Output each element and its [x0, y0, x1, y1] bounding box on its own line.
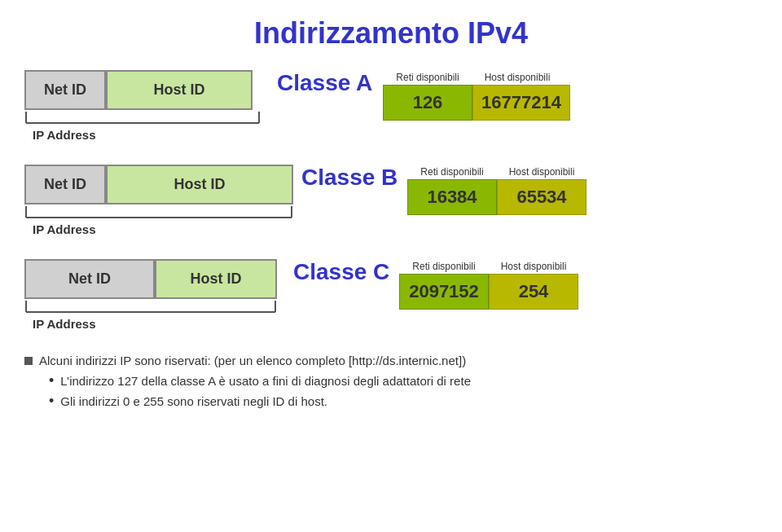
class-a-reti-header: Reti disponibili: [383, 70, 472, 85]
class-b-net-id: Net ID: [24, 165, 106, 204]
bullet-icon: [24, 357, 33, 365]
class-c-stats: Reti disponibili Host disponibili 209715…: [399, 259, 578, 310]
class-c-left: Net ID Host ID IP Address: [24, 259, 277, 331]
class-a-left: Net ID Host ID IP Address: [24, 70, 261, 142]
class-b-row: Net ID Host ID IP Address Classe B Reti …: [24, 165, 758, 236]
class-c-ip-label: IP Address: [24, 317, 277, 331]
class-c-host-header: Host disponibili: [489, 259, 578, 274]
class-b-stats: Reti disponibili Host disponibili 16384 …: [407, 165, 586, 215]
class-c-label: Classe C: [293, 259, 391, 285]
class-b-reti-header: Reti disponibili: [407, 165, 497, 179]
class-c-reti-value: 2097152: [399, 274, 489, 310]
class-a-reti-value: 126: [383, 85, 472, 121]
sub-note-2: Gli indirizzi 0 e 255 sono riservati neg…: [49, 393, 758, 410]
sub-note-1-text: L’indirizzo 127 della classe A è usato a…: [60, 374, 471, 388]
sub-note-1: L’indirizzo 127 della classe A è usato a…: [49, 372, 758, 389]
class-a-stats-headers: Reti disponibili Host disponibili: [383, 70, 570, 85]
class-b-stats-values: 16384 65534: [407, 179, 586, 215]
class-b-host-id: Host ID: [106, 165, 293, 204]
main-note: Alcuni indirizzi IP sono riservati: (per…: [24, 354, 758, 367]
class-b-left: Net ID Host ID IP Address: [24, 165, 293, 236]
class-a-boxes: Net ID Host ID: [24, 70, 261, 110]
class-a-ip-label: IP Address: [24, 128, 261, 142]
page-title: Indirizzamento IPv4: [24, 16, 758, 51]
class-c-row: Net ID Host ID IP Address Classe C Reti …: [24, 259, 758, 331]
class-a-label: Classe A: [277, 70, 375, 96]
class-c-stats-values: 2097152 254: [399, 274, 578, 310]
class-b-host-value: 65534: [497, 179, 586, 215]
class-c-stats-headers: Reti disponibili Host disponibili: [399, 259, 578, 274]
notes-section: Alcuni indirizzi IP sono riservati: (per…: [24, 354, 758, 410]
class-a-row: Net ID Host ID IP Address Classe A Reti …: [24, 70, 758, 142]
class-b-ip-label: IP Address: [24, 222, 293, 236]
class-b-label: Classe B: [301, 165, 399, 191]
class-a-stats: Reti disponibili Host disponibili 126 16…: [383, 70, 570, 121]
class-a-host-header: Host disponibili: [472, 70, 562, 85]
class-b-stats-headers: Reti disponibili Host disponibili: [407, 165, 586, 179]
class-a-ip-container: IP Address: [24, 112, 261, 142]
class-c-host-value: 254: [489, 274, 578, 310]
class-a-host-id: Host ID: [106, 70, 253, 110]
class-c-reti-header: Reti disponibili: [399, 259, 489, 274]
class-b-reti-value: 16384: [407, 179, 497, 215]
class-b-host-header: Host disponibili: [497, 165, 586, 179]
sub-note-2-text: Gli indirizzi 0 e 255 sono riservati neg…: [60, 394, 327, 408]
main-note-text: Alcuni indirizzi IP sono riservati: (per…: [39, 354, 466, 367]
class-b-boxes: Net ID Host ID: [24, 165, 293, 204]
class-a-stats-values: 126 16777214: [383, 85, 570, 121]
class-b-ip-container: IP Address: [24, 206, 293, 236]
class-c-ip-container: IP Address: [24, 301, 277, 331]
class-c-net-id: Net ID: [24, 259, 155, 299]
class-a-host-value: 16777214: [472, 85, 570, 121]
class-c-boxes: Net ID Host ID: [24, 259, 277, 299]
class-a-net-id: Net ID: [24, 70, 106, 110]
class-c-host-id: Host ID: [155, 259, 277, 299]
